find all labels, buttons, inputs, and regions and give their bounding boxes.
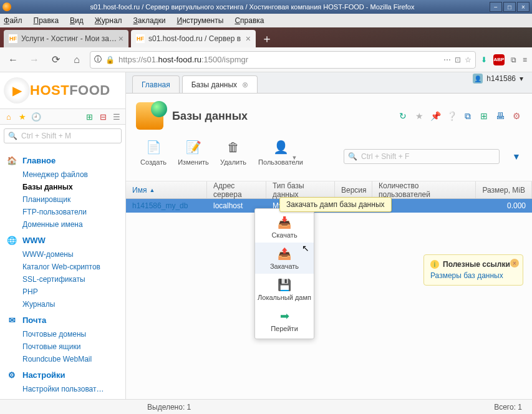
sidebar-item-mailboxes[interactable]: Почтовые ящики bbox=[6, 340, 119, 353]
tree-icon[interactable]: ☰ bbox=[112, 112, 122, 122]
col-type[interactable]: Тип базы данных bbox=[266, 181, 335, 198]
firefox-icon bbox=[2, 2, 11, 11]
section-mail[interactable]: ✉ Почта bbox=[6, 314, 119, 325]
star-icon[interactable]: ★ bbox=[17, 112, 27, 122]
url-more-icon[interactable]: ⋯ bbox=[443, 55, 451, 64]
expand-icon[interactable]: ⊞ bbox=[84, 112, 94, 122]
main-tab-databases[interactable]: Базы данных⊗ bbox=[182, 75, 258, 93]
dropdown-goto[interactable]: ➡ Перейти bbox=[255, 305, 314, 336]
help-icon[interactable]: ❔ bbox=[446, 110, 457, 122]
bookmark-star-icon[interactable]: ☆ bbox=[465, 55, 472, 64]
sidebar-item-maildomains[interactable]: Почтовые домены bbox=[6, 328, 119, 340]
sidebar-item-webscripts[interactable]: Каталог Web-скриптов bbox=[6, 261, 119, 273]
hamburger-icon[interactable]: ≡ bbox=[523, 55, 527, 64]
abp-icon[interactable]: ABP bbox=[493, 54, 505, 65]
sidebar-item-filemanager[interactable]: Менеджер файлов bbox=[6, 168, 119, 181]
users-dropdown-menu: 📥 Скачать 📤 Закачать 💾 Локальный дамп ➡ … bbox=[254, 208, 314, 339]
reader-icon[interactable]: ⊡ bbox=[455, 55, 461, 64]
print-icon[interactable]: 🖶 bbox=[495, 110, 506, 122]
fav-star-icon[interactable]: ★ bbox=[414, 110, 425, 122]
menu-file[interactable]: Файл bbox=[4, 16, 22, 25]
sidebar-item-roundcube[interactable]: Roundcube WebMail bbox=[6, 353, 119, 365]
sidebar-item-databases[interactable]: Базы данных bbox=[6, 181, 119, 193]
close-tab-icon[interactable]: × bbox=[118, 34, 123, 44]
search-icon: 🔍 bbox=[8, 132, 17, 140]
sidebar-item-sslcerts[interactable]: SSL-сертификаты bbox=[6, 273, 119, 286]
col-usercount[interactable]: Количество пользователей bbox=[372, 181, 476, 198]
copy-icon[interactable]: ⧉ bbox=[462, 110, 473, 122]
sidebar-item-scheduler[interactable]: Планировщик bbox=[6, 193, 119, 206]
page-title: Базы данных bbox=[172, 110, 248, 123]
library-icon[interactable]: ⧉ bbox=[511, 55, 516, 64]
user-bar[interactable]: 👤 h141586 ▾ bbox=[473, 74, 523, 84]
sidebar-item-wwwdomains[interactable]: WWW-домены bbox=[6, 248, 119, 261]
pin-icon[interactable]: 📌 bbox=[430, 110, 441, 122]
menu-view[interactable]: Вид bbox=[70, 16, 84, 25]
main-tab-home[interactable]: Главная bbox=[132, 75, 180, 93]
settings-icon[interactable]: ⚙ bbox=[511, 110, 522, 122]
dropdown-localdump[interactable]: 💾 Локальный дамп bbox=[255, 274, 314, 305]
minimize-button[interactable]: − bbox=[490, 2, 502, 12]
url-input[interactable]: ⓘ 🔒 https://s01.host-food.ru:1500/ispmgr… bbox=[90, 51, 476, 69]
section-main[interactable]: 🏠 Главное bbox=[6, 155, 119, 166]
menu-tools[interactable]: Инструменты bbox=[177, 16, 224, 25]
filter-icon[interactable]: ▼ bbox=[511, 151, 522, 162]
refresh-icon[interactable]: ↻ bbox=[397, 110, 409, 122]
username: h141586 bbox=[486, 74, 516, 83]
menu-help[interactable]: Справка bbox=[235, 16, 264, 25]
chevron-down-icon: ▼ bbox=[292, 155, 297, 161]
delete-icon: 🗑 bbox=[225, 138, 242, 156]
sidebar-search-input[interactable]: 🔍 Ctrl + Shift + M bbox=[4, 128, 122, 143]
toolbar-search-input[interactable]: 🔍 Ctrl + Shift + F bbox=[344, 149, 500, 164]
sidebar-item-domains[interactable]: Доменные имена bbox=[6, 218, 119, 231]
col-addr[interactable]: Адрес сервера bbox=[207, 181, 266, 198]
maximize-button[interactable]: □ bbox=[503, 2, 516, 12]
user-dropdown-icon[interactable]: ▾ bbox=[520, 74, 523, 83]
logo-mark-icon bbox=[4, 77, 30, 104]
col-version[interactable]: Версия bbox=[335, 181, 372, 198]
back-button[interactable]: ← bbox=[5, 52, 21, 68]
section-www[interactable]: 🌐 WWW bbox=[6, 234, 119, 246]
sidebar-item-logs[interactable]: Журналы bbox=[6, 298, 119, 310]
reload-button[interactable]: ⟳ bbox=[47, 52, 64, 68]
info-icon[interactable]: ⓘ bbox=[94, 54, 102, 65]
col-size[interactable]: Размер, MiB bbox=[476, 181, 532, 198]
close-window-button[interactable]: × bbox=[517, 2, 530, 12]
export-xls-icon[interactable]: ⊞ bbox=[478, 110, 490, 122]
download-db-icon: 📥 bbox=[277, 215, 292, 230]
close-panel-icon[interactable]: × bbox=[510, 259, 519, 267]
sidebar-item-ftpusers[interactable]: FTP-пользователи bbox=[6, 206, 119, 218]
users-dropdown-button[interactable]: 👤 Пользователи ▼ bbox=[256, 138, 306, 175]
menu-bookmarks[interactable]: Закладки bbox=[133, 16, 166, 25]
home-button[interactable]: ⌂ bbox=[69, 52, 85, 68]
close-tab-icon[interactable]: ⊗ bbox=[242, 80, 248, 89]
download-icon[interactable]: ⬇ bbox=[481, 55, 487, 64]
close-tab-icon[interactable]: × bbox=[246, 34, 251, 44]
favicon-icon: HF bbox=[9, 34, 17, 43]
sidebar-item-php[interactable]: PHP bbox=[6, 286, 119, 298]
tab-label: s01.host-food.ru / Сервер в bbox=[148, 34, 241, 43]
col-name[interactable]: Имя▲ bbox=[126, 181, 207, 198]
home-icon[interactable]: ⌂ bbox=[4, 112, 14, 122]
delete-button[interactable]: 🗑 Удалить bbox=[216, 138, 251, 166]
browser-tab-2[interactable]: HF s01.host-food.ru / Сервер в × bbox=[131, 30, 256, 47]
localdump-icon: 💾 bbox=[277, 277, 292, 292]
browser-toolbar: ← → ⟳ ⌂ ⓘ 🔒 https://s01.host-food.ru:150… bbox=[0, 47, 532, 72]
menu-edit[interactable]: Правка bbox=[34, 16, 59, 25]
sidebar-item-usersettings[interactable]: Настройки пользоват… bbox=[6, 383, 119, 395]
section-settings[interactable]: ⚙ Настройки bbox=[6, 369, 119, 380]
create-button[interactable]: 📄 Создать bbox=[136, 138, 171, 166]
history-icon[interactable]: 🕘 bbox=[31, 112, 41, 122]
edit-button[interactable]: 📝 Изменить bbox=[176, 138, 211, 166]
favicon-icon: HF bbox=[136, 34, 145, 43]
new-tab-button[interactable]: ＋ bbox=[258, 30, 276, 47]
goto-arrow-icon: ➡ bbox=[277, 309, 292, 324]
menu-history[interactable]: Журнал bbox=[95, 16, 122, 25]
browser-tab-1[interactable]: HF Услуги - Хостинг - Мои за… × bbox=[4, 30, 128, 47]
forward-button[interactable]: → bbox=[26, 52, 42, 68]
main-area: Главная Базы данных⊗ Базы данных ↻ ★ 📌 ❔… bbox=[126, 72, 532, 414]
collapse-icon[interactable]: ⊟ bbox=[98, 112, 108, 122]
dropdown-download[interactable]: 📥 Скачать bbox=[255, 211, 314, 243]
useful-link-dbsizes[interactable]: Размеры баз данных bbox=[430, 271, 516, 280]
cursor-icon: ↖ bbox=[302, 243, 309, 253]
